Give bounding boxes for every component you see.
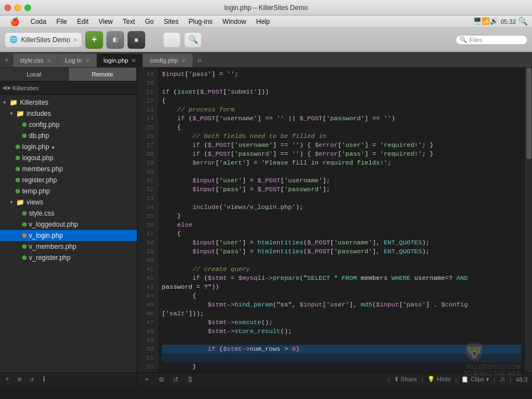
split-view-button[interactable]: ◧ <box>106 31 124 49</box>
close-tab-config-php[interactable]: ✕ <box>181 58 186 64</box>
tab-login[interactable]: Log In ✕ <box>58 54 97 67</box>
tree-temp-php[interactable]: temp.php <box>0 186 137 197</box>
code-line-49 <box>162 336 521 345</box>
tree-v-login[interactable]: v_login.php <box>0 230 137 241</box>
menu-coda[interactable]: Coda <box>26 17 51 27</box>
tree-includes[interactable]: ▼ 📁 includes <box>0 108 137 119</box>
code-line-36: else <box>162 221 521 229</box>
new-file-button[interactable]: + <box>85 31 103 49</box>
statusbar-terminal-button[interactable]: $ <box>185 375 195 385</box>
clips-button[interactable]: 📋 Clips ▾ <box>461 376 489 383</box>
close-button[interactable] <box>4 4 11 11</box>
tree-label-vlogin: v_login.php <box>29 232 63 239</box>
gear-button[interactable]: ⚙ <box>14 375 24 385</box>
arrow-includes: ▼ <box>9 111 16 116</box>
add-file-button[interactable]: + <box>2 375 12 385</box>
menu-text[interactable]: Text <box>119 17 140 27</box>
sidebar-tabs: Local Remote <box>0 68 137 81</box>
code-line-34: include('views/v_login.php'); <box>162 203 521 212</box>
sidebar-tab-remote[interactable]: Remote <box>69 68 137 81</box>
tree-label-register: register.php <box>22 176 57 184</box>
minimize-button[interactable] <box>14 4 21 11</box>
scrollbar[interactable] <box>525 68 532 372</box>
share-button[interactable]: ⬆ Share <box>394 376 417 383</box>
tree-label-temp: temp.php <box>22 187 50 195</box>
folder-icon-killersites: 📁 <box>9 98 18 107</box>
code-line-41: // create query <box>162 265 521 274</box>
pencil-button[interactable]: ✏️ <box>163 32 181 48</box>
files-search[interactable]: 🔍 Files <box>456 35 528 45</box>
modified-indicator-login: ● <box>52 144 55 150</box>
code-lines[interactable]: $input['pass'] = ''; if (isset($_POST['s… <box>157 68 525 372</box>
code-line-38: $input['user'] = htmlentities($_POST['us… <box>162 238 521 247</box>
code-line-48: $stmt->store_result(); <box>162 327 521 336</box>
tree-label-logout: logout.php <box>22 154 53 162</box>
statusbar-add-button[interactable]: + <box>142 375 152 385</box>
tab-login-php[interactable]: login.php ✕ <box>97 54 144 67</box>
menu-plugins[interactable]: Plug-ins <box>184 17 217 27</box>
code-line-20 <box>162 79 521 88</box>
statusbar-refresh-button[interactable]: ↺ <box>171 375 181 385</box>
tree-label-style: style.css <box>29 209 54 217</box>
code-line-32: $input['pass'] = $_POST['password']; <box>162 185 521 194</box>
warning-icon[interactable]: ⚠ <box>500 376 505 383</box>
close-tab-login[interactable]: ✕ <box>85 58 90 64</box>
menu-edit[interactable]: Edit <box>73 17 93 27</box>
hints-button[interactable]: 💡 Hints <box>427 376 451 383</box>
maximize-button[interactable] <box>24 4 31 11</box>
tree-views[interactable]: ▼ 📁 views <box>0 197 137 208</box>
code-line-39: $input['pass'] = htmlentities($_POST['pa… <box>162 247 521 256</box>
tree-label-db: db.php <box>29 132 49 140</box>
code-line-24: if ($_POST['username'] == '' || $_POST['… <box>162 114 521 123</box>
code-line-25: { <box>162 123 521 132</box>
site-dropdown-icon[interactable]: ✕ <box>74 37 77 43</box>
magnify-button[interactable]: 🔍 <box>184 32 202 48</box>
tree-config-php[interactable]: config.php <box>0 119 137 130</box>
terminal-button[interactable]: ▣ <box>127 31 145 49</box>
menu-file[interactable]: File <box>52 17 71 27</box>
path-back[interactable]: ◀ <box>2 84 6 92</box>
code-line-28: if ($_POST['password'] == '') { $error['… <box>162 150 521 158</box>
tree-logout-php[interactable]: logout.php <box>0 152 137 163</box>
tree-label-killersites: Killersites <box>20 99 48 106</box>
tree-login-php[interactable]: login.php ● <box>0 141 137 152</box>
sidebar-tab-local[interactable]: Local <box>0 68 69 81</box>
tree-db-php[interactable]: db.php <box>0 130 137 141</box>
add-tab-button[interactable]: + <box>0 54 13 67</box>
tree-v-register[interactable]: v_register.php <box>0 252 137 263</box>
tree-v-loggedout[interactable]: v_loggedout.php <box>0 219 137 230</box>
tree-style-css[interactable]: style.css <box>0 208 137 219</box>
arrow-views: ▼ <box>9 200 16 205</box>
menu-sites[interactable]: Sites <box>160 17 183 27</box>
statusbar-gear-button[interactable]: ⚙ <box>156 375 166 385</box>
tab-config-php[interactable]: config.php ✕ <box>143 54 193 67</box>
apple-menu[interactable]: 🍎 <box>4 17 25 26</box>
titlebar: login.php – KillerSites Demo <box>0 0 532 16</box>
code-line-47: $stmt->execute(); <box>162 318 521 327</box>
menu-window[interactable]: Window <box>218 17 251 27</box>
close-tab-login-php[interactable]: ✕ <box>131 58 136 64</box>
tab-overflow-button[interactable]: » <box>193 54 206 67</box>
sync-button[interactable]: ↺ <box>27 375 37 385</box>
arrow-killersites: ▼ <box>2 100 9 105</box>
tree-v-members[interactable]: v_members.php <box>0 241 137 252</box>
path-forward[interactable]: ▶ <box>7 84 11 92</box>
menu-help[interactable]: Help <box>252 17 274 27</box>
info-button[interactable]: ℹ <box>39 375 49 385</box>
tab-style-css[interactable]: style.css ✕ <box>13 54 58 67</box>
close-tab-style-css[interactable]: ✕ <box>47 58 51 64</box>
status-dot-config <box>22 122 27 127</box>
menu-view[interactable]: View <box>94 17 117 27</box>
tree-members-php[interactable]: members.php <box>0 163 137 175</box>
menu-go[interactable]: Go <box>141 17 158 27</box>
status-dot-login <box>16 145 20 149</box>
code-line-21: if (isset($_POST['submit'])) <box>162 88 521 96</box>
file-tree: ▼ 📁 Killersites ▼ 📁 includes config.php <box>0 95 137 372</box>
tree-register-php[interactable]: register.php <box>0 175 137 186</box>
tree-label-vregister: v_register.php <box>29 254 70 262</box>
code-line-19: $input['pass'] = ''; <box>162 70 521 79</box>
tree-root-killersites[interactable]: ▼ 📁 Killersites <box>0 97 137 108</box>
folder-icon-views: 📁 <box>16 198 24 207</box>
statusbar-right: | ⬆ Share | 💡 Hints | 📋 Clips ▾ | ⚠ | 48… <box>388 376 528 383</box>
status-dot-vlogin <box>22 233 27 238</box>
